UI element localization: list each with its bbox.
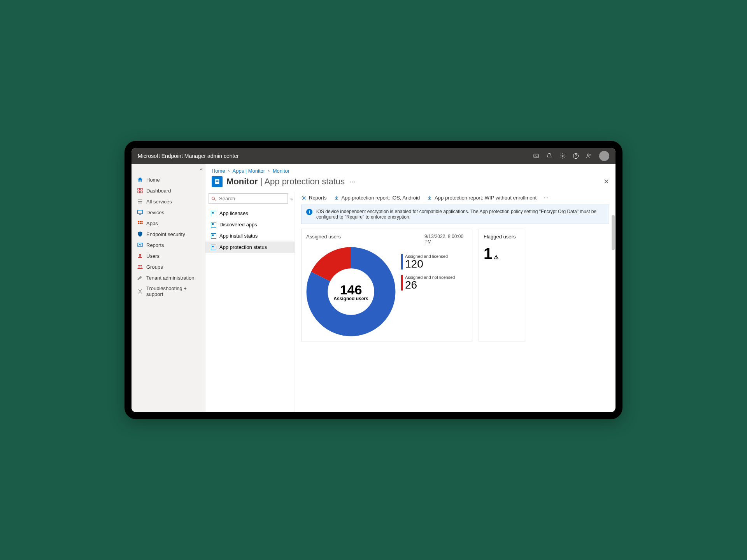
page-title: Monitor | App protection status xyxy=(226,177,345,187)
user-avatar[interactable] xyxy=(599,151,609,161)
sidebar-item-label: Users xyxy=(146,253,160,259)
notifications-icon[interactable] xyxy=(546,153,552,159)
warning-icon: ⚠ xyxy=(494,254,499,260)
page-header: Monitor | App protection status ⋯ ✕ xyxy=(205,175,615,192)
breadcrumb-apps-monitor[interactable]: Apps | Monitor xyxy=(233,168,265,174)
svg-rect-0 xyxy=(534,154,538,158)
shield-icon xyxy=(137,231,143,237)
info-icon: i xyxy=(306,209,312,215)
settings-icon[interactable] xyxy=(559,153,566,159)
info-text: iOS device independent encryption is ena… xyxy=(316,209,604,220)
svg-rect-4 xyxy=(138,188,140,190)
search-input[interactable] xyxy=(209,193,288,204)
help-icon[interactable] xyxy=(573,153,579,159)
all-services-icon xyxy=(137,198,143,205)
subnav-item-app-protection-status[interactable]: App protection status xyxy=(205,242,295,253)
legend-value: 120 xyxy=(405,259,455,270)
sidebar-item-label: All services xyxy=(146,199,172,205)
svg-rect-15 xyxy=(141,221,142,222)
app-title: Microsoft Endpoint Manager admin center xyxy=(138,153,533,159)
scrollbar-thumb[interactable] xyxy=(612,215,615,250)
user-icon xyxy=(137,253,143,259)
sidebar-item-tenant-administration[interactable]: Tenant administration xyxy=(132,272,205,283)
cloud-shell-icon[interactable] xyxy=(533,153,539,159)
more-icon[interactable]: ⋯ xyxy=(349,178,356,186)
page-title-strong: Monitor xyxy=(226,177,258,186)
sidebar-item-label: Dashboard xyxy=(146,188,171,194)
svg-point-3 xyxy=(587,154,589,156)
devices-icon xyxy=(137,209,143,215)
sidebar-item-label: Troubleshooting + support xyxy=(146,285,200,297)
search-box: « xyxy=(209,193,291,204)
breadcrumb: Home › Apps | Monitor › Monitor xyxy=(205,164,615,175)
assigned-users-card: Assigned users 9/13/2022, 8:00:00 PM xyxy=(301,229,472,341)
svg-point-21 xyxy=(138,265,140,266)
sidebar-item-dashboard[interactable]: Dashboard xyxy=(132,185,205,196)
chart-legend: Assigned and licensed 120 Assigned and n… xyxy=(401,254,455,336)
legend-value: 26 xyxy=(405,280,455,290)
sidebar-item-users[interactable]: Users xyxy=(132,250,205,261)
breadcrumb-monitor[interactable]: Monitor xyxy=(273,168,289,174)
svg-rect-14 xyxy=(140,221,141,222)
svg-point-20 xyxy=(139,254,141,256)
svg-rect-17 xyxy=(140,223,141,224)
sidebar-item-endpoint-security[interactable]: Endpoint security xyxy=(132,229,205,240)
sidebar-item-label: Home xyxy=(146,177,160,183)
sidebar-item-apps[interactable]: Apps xyxy=(132,218,205,229)
legend-unlicensed: Assigned and not licensed 26 xyxy=(401,275,455,290)
command-bar: Reports App protection report: iOS, Andr… xyxy=(301,193,609,205)
subnav-label: App install status xyxy=(219,233,258,239)
sidebar-collapse-icon[interactable]: « xyxy=(200,166,203,172)
sidebar-item-all-services[interactable]: All services xyxy=(132,196,205,207)
svg-rect-7 xyxy=(140,191,142,193)
groups-icon xyxy=(137,264,143,270)
sidebar-item-troubleshooting[interactable]: Troubleshooting + support xyxy=(132,283,205,299)
card-title: Assigned users xyxy=(306,234,341,245)
workspace: « App licenses Discovered apps App insta… xyxy=(205,192,615,412)
scrollbar[interactable] xyxy=(612,192,615,412)
app-icon xyxy=(211,222,216,228)
home-icon xyxy=(137,177,143,183)
app-icon xyxy=(211,211,216,216)
reports-button[interactable]: Reports xyxy=(301,195,327,201)
device-frame: Microsoft Endpoint Manager admin center … xyxy=(124,141,622,419)
subnav-label: App protection status xyxy=(219,244,267,250)
apps-icon xyxy=(137,220,143,226)
sidebar-item-label: Tenant administration xyxy=(146,275,195,281)
body: « Home Dashboard All services Devices Ap… xyxy=(132,164,615,412)
subnav-item-discovered-apps[interactable]: Discovered apps xyxy=(205,219,295,230)
download-ios-android-button[interactable]: App protection report: iOS, Android xyxy=(334,195,420,201)
app-icon xyxy=(211,233,216,239)
svg-rect-5 xyxy=(140,188,142,190)
timestamp: 9/13/2022, 8:00:00 PM xyxy=(424,234,467,245)
download-label: App protection report: WIP without enrol… xyxy=(435,195,537,201)
main-panel: Reports App protection report: iOS, Andr… xyxy=(295,192,615,412)
flagged-users-card: Flagged users 1 ⚠ xyxy=(479,229,525,341)
subnav-label: Discovered apps xyxy=(219,222,257,228)
download-wip-button[interactable]: App protection report: WIP without enrol… xyxy=(427,195,537,201)
flagged-value: 1 xyxy=(484,245,492,262)
sub-nav: « App licenses Discovered apps App insta… xyxy=(205,192,295,412)
subnav-item-app-install-status[interactable]: App install status xyxy=(205,230,295,242)
sidebar-item-devices[interactable]: Devices xyxy=(132,207,205,218)
sidebar-item-reports[interactable]: Reports xyxy=(132,240,205,250)
feedback-icon[interactable] xyxy=(586,153,592,159)
sidebar-item-groups[interactable]: Groups xyxy=(132,261,205,272)
dashboard-icon xyxy=(137,187,143,194)
toolbar-more-icon[interactable]: ⋯ xyxy=(544,195,549,201)
sidebar-item-label: Endpoint security xyxy=(146,231,185,237)
svg-rect-18 xyxy=(141,223,142,224)
close-icon[interactable]: ✕ xyxy=(603,177,609,186)
cards-row: Assigned users 9/13/2022, 8:00:00 PM xyxy=(301,229,609,341)
app-icon xyxy=(211,245,216,250)
svg-point-26 xyxy=(303,197,305,199)
svg-rect-25 xyxy=(216,181,219,182)
sidebar-item-home[interactable]: Home xyxy=(132,174,205,185)
subnav-item-app-licenses[interactable]: App licenses xyxy=(205,208,295,219)
subnav-collapse-icon[interactable]: « xyxy=(288,196,295,201)
breadcrumb-home[interactable]: Home xyxy=(212,168,225,174)
tools-icon xyxy=(137,288,143,294)
svg-point-1 xyxy=(562,155,563,157)
breadcrumb-sep-icon: › xyxy=(226,168,231,174)
sidebar-item-label: Apps xyxy=(146,220,158,226)
